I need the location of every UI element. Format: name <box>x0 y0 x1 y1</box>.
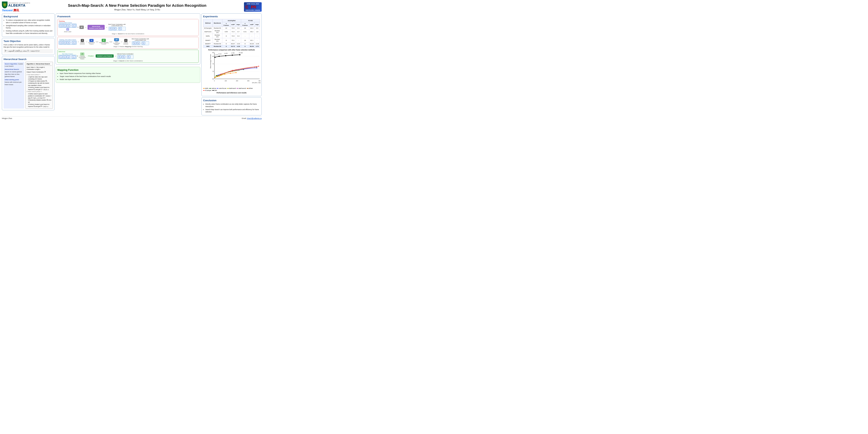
middle-column: Framework Training Training Video Frames… <box>56 13 200 115</box>
task-objective-title: Task Objective <box>4 40 53 42</box>
frame-xm: xₘ <box>72 24 76 27</box>
svg-point-46 <box>239 54 240 55</box>
legend-liteval: LiteEval <box>209 88 216 89</box>
f-label: Feature MappingFunction <box>99 42 108 44</box>
s2-res1: x̃₁ <box>133 42 136 44</box>
table-row: MARL ResNet-101 8 72.9 0.4 - - - <box>203 34 260 38</box>
cvpr-badge: JUNE 18-22, 2023 CVPR VANCOUVER, CANADA <box>244 2 262 12</box>
header-right: JUNE 18-22, 2023 CVPR VANCOUVER, CANADA <box>244 2 262 12</box>
s3-x1: x₁ <box>60 56 63 58</box>
stage3-frames-group: Test Video Frames x₁ x₂ x₃ ··· xₘ <box>59 53 76 59</box>
frame-dots: ··· <box>70 25 72 27</box>
theta1-label: FeatureExtractor <box>80 42 85 44</box>
f-box: F <box>102 39 106 42</box>
hier-bullet-3: Initial starting point: frames with mini… <box>5 79 23 86</box>
svg-point-22 <box>230 73 231 74</box>
stage2-diagram: Training / Test Video Frames x₁ x₂ x₃ ··… <box>59 38 197 45</box>
result-frames-2: x̃₁ x̃₂ ··· x̃ₙ <box>132 41 149 45</box>
s2-arrow-4: ← <box>129 40 131 43</box>
algo-step-4: 4 Define search space for each position … <box>28 93 52 99</box>
background-item-3: Existing methods using RL suffer from tr… <box>6 30 53 35</box>
res-x2: x̃₂ <box>113 27 117 30</box>
mapping-item-1: Input: frame feature sequences from trai… <box>60 72 198 75</box>
svg-point-36 <box>217 76 218 76</box>
s3-plus: + <box>77 55 78 57</box>
cvpr-location: VANCOUVER, CANADA <box>245 9 260 11</box>
task-objective-text: From a video X of m frames and its actio… <box>4 44 53 49</box>
s3-xm: xₘ <box>72 56 75 58</box>
svg-point-24 <box>216 75 217 76</box>
td-method-1: SCSampler <box>203 27 213 30</box>
legend-ltl-dot <box>217 88 218 89</box>
table-row: SCSampler ResNet-50 10 72.9 0.4 10 81.0 … <box>203 27 260 30</box>
s2-arrow-1: → <box>77 40 80 43</box>
svg-point-41 <box>258 66 259 67</box>
predicted-combo-label: PredictedCombinationFeature <box>79 56 86 59</box>
framework-panel: Framework Training Training Video Frames… <box>56 13 200 65</box>
hierarchical-search-panel: Hierarchical Search Search Algorithm: Gu… <box>2 56 55 111</box>
svg-text:300: 300 <box>247 80 249 82</box>
poster-header: U UNIVERSITY OF ALBERTA ALBERTA Tencent … <box>2 1 262 12</box>
legend-marl: MARL <box>203 88 209 89</box>
stage3-caption: Stage 3: Search to infer frame combinati… <box>59 60 197 62</box>
svg-text:m=25: m=25 <box>224 53 227 54</box>
svg-point-29 <box>256 68 257 68</box>
th-frames-2: # Frames <box>241 22 249 27</box>
arrow-right-1: → <box>85 26 87 29</box>
ualberta-logo: U UNIVERSITY OF ALBERTA ALBERTA <box>2 1 31 8</box>
res-xn: x̃ₙ <box>118 27 122 30</box>
conclusion-item-1: Directly select frame combination as one… <box>206 103 260 108</box>
ualberta-shield-icon: U <box>2 1 7 8</box>
theta2-label: FeatureExtractor <box>123 42 128 44</box>
hier-label-1: Search Algorithm: <box>5 63 18 65</box>
stage1-diagram: Training Video Frames x₁ x₁ x₁ ··· xₘ y … <box>59 22 197 32</box>
hierarchical-search-body: Search Algorithm: Guided Local Search Hi… <box>4 62 53 109</box>
experiments-panel: Experiments Method Backbone ActivityNet … <box>202 13 262 96</box>
th-map-1: mAP <box>230 22 236 27</box>
algorithm-input: Input: Video X, Clip Length K, Combinati… <box>27 66 52 70</box>
td-impr2-1: 0.0 <box>254 27 260 30</box>
stage1-caption: Stage 1: Search for the best frame combi… <box>59 33 197 35</box>
cvpr-logo-text: CVPR <box>245 5 256 9</box>
conclusion-title: Conclusion <box>203 99 260 102</box>
h-box: H <box>89 39 94 42</box>
svg-point-38 <box>256 67 257 68</box>
right-column: Experiments Method Backbone ActivityNet … <box>202 13 262 115</box>
legend-liteval-label: LiteEval <box>211 88 216 89</box>
hier-label-3: Initial starting point: <box>5 79 19 81</box>
background-panel: Background To reduce computational cost,… <box>2 13 55 37</box>
s3-resn: x̃ₙ <box>127 56 130 58</box>
s2-x3: x₃ <box>67 41 70 44</box>
best-combo-label: Best Frame Combination withLowest Model … <box>108 24 126 26</box>
hat-h-box: Ĥ <box>80 53 85 56</box>
ualberta-text: UNIVERSITY OF ALBERTA ALBERTA <box>8 2 31 7</box>
svg-text:85: 85 <box>212 52 214 53</box>
test-frames-label: Test Video Frames <box>59 53 76 55</box>
legend-af10-dot <box>237 88 238 89</box>
s2-x1: x₁ <box>60 41 63 44</box>
s3-res2: x̃₂ <box>122 56 125 58</box>
legend-adaframe10: AdaFrame10 <box>237 88 246 89</box>
h-group: H Input FrameFeature <box>88 39 95 44</box>
result-frames-1: x̃₁ x̃₂ ··· x̃ₙ <box>108 27 126 31</box>
training-label: Training <box>59 20 197 22</box>
td-f2-1: 10 <box>241 27 249 30</box>
header-center: Search-Map-Search: A New Frame Selection… <box>31 3 244 11</box>
svg-text:65: 65 <box>212 78 214 80</box>
algorithm-output: Output: Frame Combination X̃* <box>27 71 52 73</box>
stage2-caption: Stage 2: Feature Mapping function learni… <box>59 46 197 48</box>
s2-arrow-2: → <box>86 40 88 43</box>
legend-sms-dot <box>212 90 214 91</box>
conclusion-list: Directly select frame combination as one… <box>203 103 260 113</box>
s3-x3: x₃ <box>67 56 70 58</box>
table-row: SMART ResNet-101 8 73.1 - 10 82.1 - <box>203 38 260 42</box>
stage1-frames-group: Training Video Frames x₁ x₁ x₁ ··· xₘ y … <box>59 22 76 32</box>
s2-arrow-3: ← <box>121 40 123 43</box>
svg-text:80: 80 <box>212 56 214 57</box>
h-label: Input FrameFeature <box>88 42 95 44</box>
th-impr-2: impr. <box>254 22 260 27</box>
poster-container: U UNIVERSITY OF ALBERTA ALBERTA Tencent … <box>0 0 264 121</box>
stage2-frames: x₁ x₂ x₃ ··· xₘ <box>59 41 76 44</box>
svg-point-39 <box>221 74 222 75</box>
footer-email: zhao2@ualberta.ca <box>247 118 262 119</box>
